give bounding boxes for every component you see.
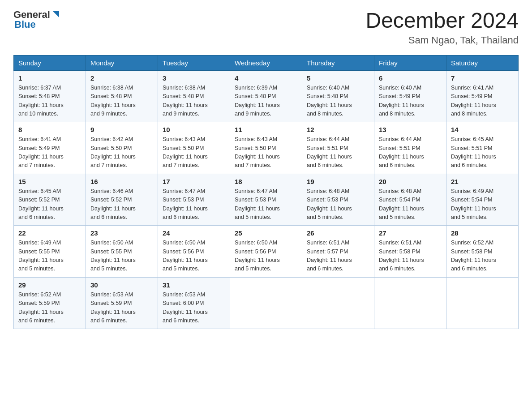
calendar-day-cell: 24 Sunrise: 6:50 AMSunset: 5:56 PMDaylig… — [158, 226, 230, 278]
day-number: 8 — [18, 126, 81, 133]
page-header: General Blue December 2024 Sam Ngao, Tak… — [13, 9, 519, 46]
calendar-day-cell: 29 Sunrise: 6:52 AMSunset: 5:59 PMDaylig… — [14, 277, 86, 329]
calendar-header-row: SundayMondayTuesdayWednesdayThursdayFrid… — [14, 55, 519, 70]
calendar-day-cell: 12 Sunrise: 6:44 AMSunset: 5:51 PMDaylig… — [302, 122, 374, 174]
calendar-day-cell: 21 Sunrise: 6:49 AMSunset: 5:54 PMDaylig… — [446, 174, 519, 226]
day-of-week-header: Tuesday — [158, 55, 230, 70]
calendar-day-cell: 18 Sunrise: 6:47 AMSunset: 5:53 PMDaylig… — [230, 174, 302, 226]
day-number: 24 — [163, 229, 225, 237]
day-info: Sunrise: 6:40 AMSunset: 5:49 PMDaylight:… — [379, 85, 424, 117]
day-number: 21 — [451, 178, 514, 185]
day-info: Sunrise: 6:37 AMSunset: 5:48 PMDaylight:… — [18, 85, 64, 117]
day-info: Sunrise: 6:49 AMSunset: 5:55 PMDaylight:… — [18, 240, 64, 272]
calendar-day-cell: 13 Sunrise: 6:44 AMSunset: 5:51 PMDaylig… — [374, 122, 446, 174]
day-number: 25 — [235, 229, 297, 237]
calendar-day-cell — [230, 277, 302, 329]
calendar-day-cell: 19 Sunrise: 6:48 AMSunset: 5:53 PMDaylig… — [302, 174, 374, 226]
day-info: Sunrise: 6:46 AMSunset: 5:52 PMDaylight:… — [90, 188, 136, 220]
calendar-day-cell: 16 Sunrise: 6:46 AMSunset: 5:52 PMDaylig… — [86, 174, 158, 226]
day-info: Sunrise: 6:45 AMSunset: 5:52 PMDaylight:… — [18, 188, 64, 220]
day-number: 15 — [18, 178, 81, 185]
calendar-day-cell: 10 Sunrise: 6:43 AMSunset: 5:50 PMDaylig… — [158, 122, 230, 174]
day-number: 5 — [307, 74, 369, 82]
day-info: Sunrise: 6:45 AMSunset: 5:51 PMDaylight:… — [451, 136, 496, 168]
calendar-day-cell — [446, 277, 519, 329]
calendar-week-row: 1 Sunrise: 6:37 AMSunset: 5:48 PMDayligh… — [14, 70, 519, 122]
logo-triangle-icon — [51, 9, 61, 19]
day-of-week-header: Friday — [374, 55, 446, 70]
calendar-week-row: 22 Sunrise: 6:49 AMSunset: 5:55 PMDaylig… — [14, 226, 519, 278]
day-number: 13 — [379, 126, 442, 133]
day-number: 27 — [379, 229, 442, 237]
calendar-week-row: 29 Sunrise: 6:52 AMSunset: 5:59 PMDaylig… — [14, 277, 519, 329]
calendar-day-cell: 1 Sunrise: 6:37 AMSunset: 5:48 PMDayligh… — [14, 70, 86, 122]
day-info: Sunrise: 6:48 AMSunset: 5:53 PMDaylight:… — [307, 188, 352, 220]
calendar-day-cell: 5 Sunrise: 6:40 AMSunset: 5:48 PMDayligh… — [302, 70, 374, 122]
day-info: Sunrise: 6:50 AMSunset: 5:55 PMDaylight:… — [90, 240, 136, 272]
day-of-week-header: Wednesday — [230, 55, 302, 70]
day-info: Sunrise: 6:47 AMSunset: 5:53 PMDaylight:… — [163, 188, 208, 220]
calendar-day-cell: 23 Sunrise: 6:50 AMSunset: 5:55 PMDaylig… — [86, 226, 158, 278]
day-number: 30 — [90, 281, 153, 289]
calendar-day-cell — [374, 277, 446, 329]
calendar-day-cell: 3 Sunrise: 6:38 AMSunset: 5:48 PMDayligh… — [158, 70, 230, 122]
calendar-day-cell: 28 Sunrise: 6:52 AMSunset: 5:58 PMDaylig… — [446, 226, 519, 278]
calendar-table: SundayMondayTuesdayWednesdayThursdayFrid… — [13, 55, 519, 330]
day-info: Sunrise: 6:38 AMSunset: 5:48 PMDaylight:… — [163, 85, 208, 117]
day-of-week-header: Thursday — [302, 55, 374, 70]
calendar-day-cell: 20 Sunrise: 6:48 AMSunset: 5:54 PMDaylig… — [374, 174, 446, 226]
day-number: 11 — [235, 126, 297, 133]
day-number: 18 — [235, 178, 297, 185]
calendar-day-cell: 2 Sunrise: 6:38 AMSunset: 5:48 PMDayligh… — [86, 70, 158, 122]
logo-blue-text: Blue — [14, 19, 36, 30]
svg-marker-0 — [53, 11, 59, 17]
day-info: Sunrise: 6:43 AMSunset: 5:50 PMDaylight:… — [235, 136, 280, 168]
day-info: Sunrise: 6:51 AMSunset: 5:58 PMDaylight:… — [379, 240, 424, 272]
day-info: Sunrise: 6:42 AMSunset: 5:50 PMDaylight:… — [90, 136, 136, 168]
calendar-day-cell: 17 Sunrise: 6:47 AMSunset: 5:53 PMDaylig… — [158, 174, 230, 226]
day-info: Sunrise: 6:53 AMSunset: 5:59 PMDaylight:… — [90, 291, 136, 324]
day-number: 23 — [90, 229, 153, 237]
day-of-week-header: Saturday — [446, 55, 519, 70]
calendar-day-cell: 26 Sunrise: 6:51 AMSunset: 5:57 PMDaylig… — [302, 226, 374, 278]
day-number: 4 — [235, 74, 297, 82]
day-number: 12 — [307, 126, 369, 133]
calendar-day-cell: 4 Sunrise: 6:39 AMSunset: 5:48 PMDayligh… — [230, 70, 302, 122]
calendar-day-cell: 14 Sunrise: 6:45 AMSunset: 5:51 PMDaylig… — [446, 122, 519, 174]
day-info: Sunrise: 6:51 AMSunset: 5:57 PMDaylight:… — [307, 240, 352, 272]
day-number: 3 — [163, 74, 225, 82]
day-number: 26 — [307, 229, 369, 237]
day-number: 28 — [451, 229, 514, 237]
day-info: Sunrise: 6:47 AMSunset: 5:53 PMDaylight:… — [235, 188, 280, 220]
day-info: Sunrise: 6:39 AMSunset: 5:48 PMDaylight:… — [235, 85, 280, 117]
calendar-day-cell: 27 Sunrise: 6:51 AMSunset: 5:58 PMDaylig… — [374, 226, 446, 278]
calendar-day-cell: 25 Sunrise: 6:50 AMSunset: 5:56 PMDaylig… — [230, 226, 302, 278]
calendar-week-row: 15 Sunrise: 6:45 AMSunset: 5:52 PMDaylig… — [14, 174, 519, 226]
day-info: Sunrise: 6:44 AMSunset: 5:51 PMDaylight:… — [379, 136, 424, 168]
day-number: 31 — [163, 281, 225, 289]
day-number: 19 — [307, 178, 369, 185]
day-info: Sunrise: 6:49 AMSunset: 5:54 PMDaylight:… — [451, 188, 496, 220]
day-info: Sunrise: 6:43 AMSunset: 5:50 PMDaylight:… — [163, 136, 208, 168]
calendar-day-cell: 8 Sunrise: 6:41 AMSunset: 5:49 PMDayligh… — [14, 122, 86, 174]
calendar-day-cell: 22 Sunrise: 6:49 AMSunset: 5:55 PMDaylig… — [14, 226, 86, 278]
day-info: Sunrise: 6:52 AMSunset: 5:59 PMDaylight:… — [18, 291, 64, 324]
day-of-week-header: Monday — [86, 55, 158, 70]
title-block: December 2024 Sam Ngao, Tak, Thailand — [365, 9, 519, 46]
day-info: Sunrise: 6:40 AMSunset: 5:48 PMDaylight:… — [307, 85, 352, 117]
day-info: Sunrise: 6:41 AMSunset: 5:49 PMDaylight:… — [18, 136, 64, 168]
day-info: Sunrise: 6:50 AMSunset: 5:56 PMDaylight:… — [235, 240, 280, 272]
day-number: 14 — [451, 126, 514, 133]
day-number: 17 — [163, 178, 225, 185]
calendar-day-cell: 31 Sunrise: 6:53 AMSunset: 6:00 PMDaylig… — [158, 277, 230, 329]
calendar-day-cell: 9 Sunrise: 6:42 AMSunset: 5:50 PMDayligh… — [86, 122, 158, 174]
day-number: 20 — [379, 178, 442, 185]
calendar-day-cell: 30 Sunrise: 6:53 AMSunset: 5:59 PMDaylig… — [86, 277, 158, 329]
month-title: December 2024 — [365, 9, 519, 33]
day-number: 2 — [90, 74, 153, 82]
day-info: Sunrise: 6:41 AMSunset: 5:49 PMDaylight:… — [451, 85, 496, 117]
day-number: 22 — [18, 229, 81, 237]
day-number: 9 — [90, 126, 153, 133]
logo: General Blue — [13, 9, 61, 30]
day-info: Sunrise: 6:52 AMSunset: 5:58 PMDaylight:… — [451, 240, 496, 272]
